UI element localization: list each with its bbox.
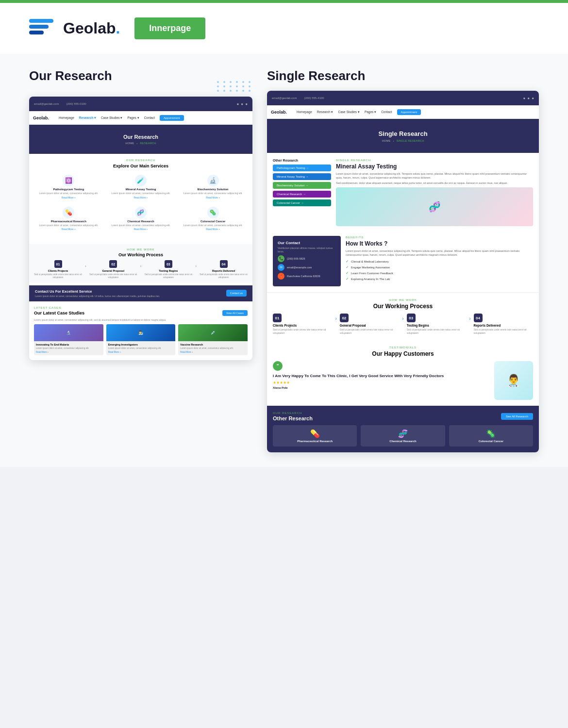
step-arrow-2: › <box>140 264 142 268</box>
step-num-3: 03 <box>165 260 172 268</box>
research-tag-4[interactable]: Chemical Research → <box>273 191 331 198</box>
step-1: 01 Clients Projects Sed ut perspiciatis … <box>33 260 83 279</box>
research-tag-1[interactable]: Pathologycam Testing → <box>273 165 331 171</box>
case-link-2[interactable]: Read More + <box>108 351 174 353</box>
right-hero-title: Single Research <box>378 130 427 137</box>
service-icon-1: ⚛️ <box>63 175 74 186</box>
dot <box>249 85 251 87</box>
testimonial-image: 👨‍⚕️ <box>494 361 533 400</box>
service-icon-3: 🔬 <box>207 175 219 186</box>
orb-card-title-1: Pharmaceutical Research <box>277 440 353 443</box>
right-nav-pages[interactable]: Pages ▾ <box>365 110 376 114</box>
dot <box>230 81 232 83</box>
service-icon-2: 🧪 <box>135 175 147 186</box>
case-link-1[interactable]: Read More + <box>36 351 101 353</box>
map-icon: 📍 <box>278 273 284 280</box>
wp-step-4: 04 Reports Delivered Sed ut perspiciatis… <box>474 314 534 334</box>
right-nav-research[interactable]: Research ▾ <box>317 110 334 114</box>
service-link-1[interactable]: Read More + <box>36 196 101 199</box>
nav-contact[interactable]: Contact <box>144 116 155 119</box>
service-card-1: ⚛️ Pathologycam Testing Lorem ipsum dolo… <box>34 172 103 201</box>
service-name-1: Pathologycam Testing <box>36 188 101 191</box>
step-title-4: Reports Delivered <box>199 269 249 272</box>
case-title-3: Vaccine Research <box>180 343 246 346</box>
right-breadcrumb-home: HOME <box>382 139 390 142</box>
service-card-4: 💊 Pharmaceutical Research Lorem ipsum do… <box>34 204 103 233</box>
step-arrow-1: › <box>85 264 86 268</box>
service-icon-6: 🦠 <box>207 207 219 218</box>
contact-us-button[interactable]: Contact us <box>226 290 247 297</box>
view-all-cases-button[interactable]: View All Cases <box>222 310 248 316</box>
social-icon: ● <box>532 96 534 100</box>
service-desc-2: Lorem ipsum dolor sit amet, consectetur … <box>109 192 173 195</box>
contact-banner-desc: Lorem ipsum dolor sit amet, consectetur … <box>35 295 222 298</box>
dot <box>223 85 225 87</box>
service-desc-3: Lorem ipsum dolor sit amet, consectetur … <box>181 192 245 195</box>
browser-topbar: email@geolab.com (200) 555-0100 ● ● ● <box>29 97 252 111</box>
service-link-6[interactable]: Read More + <box>181 228 245 231</box>
social-icon: ● <box>527 96 530 100</box>
services-grid: ⚛️ Pathologycam Testing Lorem ipsum dolo… <box>34 172 248 233</box>
mockup-logo: Geolab. <box>33 116 49 120</box>
service-link-5[interactable]: Read More + <box>109 228 173 231</box>
right-nav-homepage[interactable]: Homepage <box>297 110 312 114</box>
nav-research[interactable]: Research ▾ <box>79 116 96 120</box>
contact-banner: Contact Us For Excellent Service Lorem i… <box>29 285 252 302</box>
social-icon: ● <box>245 102 248 106</box>
step-2: 02 General Proposal Sed ut perspiciatis … <box>88 260 138 279</box>
logo-text: Geolab. <box>63 19 120 37</box>
testimonial-author: Alena Pole <box>273 386 489 389</box>
nav-case-studies[interactable]: Case Studies ▾ <box>101 116 122 120</box>
service-card-2: 🧪 Mineral Assay Testing Lorem ipsum dolo… <box>106 172 176 201</box>
right-nav-case-studies[interactable]: Case Studies ▾ <box>338 110 359 114</box>
step-title-1: Clients Projects <box>33 269 83 272</box>
research-tag-2[interactable]: Mineral Assay Testing → <box>273 173 331 180</box>
dot <box>217 85 219 87</box>
case-body-1: Innovating To End Malaria Lorem ipsum do… <box>34 341 103 355</box>
benefits-title: How It Works ? <box>346 240 533 247</box>
logo-name: Geolab <box>63 19 116 37</box>
dot <box>223 81 225 83</box>
service-link-2[interactable]: Read More + <box>109 196 173 199</box>
logo-wave-2 <box>29 25 49 29</box>
logo-wave-3 <box>29 31 44 34</box>
contact-banner-text: Contact Us For Excellent Service Lorem i… <box>35 289 222 298</box>
dot <box>236 81 238 83</box>
wp-steps: 01 Clients Projects Sed ut perspiciatis … <box>273 314 533 334</box>
dot <box>230 85 232 87</box>
right-appointment-button[interactable]: Appointment <box>397 109 421 115</box>
step-title-3: Testing Begins <box>143 269 193 272</box>
case-desc-3: Lorem ipsum dolor sit amet, consectetur … <box>180 347 246 349</box>
case-card-3: 💉 Vaccine Research Lorem ipsum dolor sit… <box>178 324 248 355</box>
nav-homepage[interactable]: Homepage <box>59 116 74 119</box>
service-link-3[interactable]: Read More + <box>181 196 245 199</box>
service-desc-1: Lorem ipsum dolor sit amet, consectetur … <box>36 192 101 195</box>
case-link-3[interactable]: Read More + <box>180 351 246 353</box>
case-img-3: 💉 <box>178 324 248 341</box>
social-icon: ● <box>236 102 239 106</box>
check-icon-3: ✓ <box>346 271 349 275</box>
research-tag-3[interactable]: Biochemistry Solution → <box>273 182 331 189</box>
dot <box>249 90 251 92</box>
contact-box: Our Contact Vestibulum placerat ultrices… <box>273 236 341 286</box>
testimonials-label: TESTIMONIALS <box>273 346 533 349</box>
step-4: 04 Reports Delivered Sed ut perspiciatis… <box>199 260 249 279</box>
right-nav-contact[interactable]: Contact <box>381 110 392 114</box>
case-title-1: Innovating To End Malaria <box>36 343 101 346</box>
phone-icon: 📞 <box>278 255 284 262</box>
service-desc-5: Lorem ipsum dolor sit amet, consectetur … <box>109 224 173 227</box>
check-icon-2: ✓ <box>346 265 349 269</box>
testimonial-content: " I Am Very Happy To Come To This Clinic… <box>273 361 489 389</box>
service-link-4[interactable]: Read More + <box>36 228 101 231</box>
appointment-button[interactable]: Appointment <box>160 115 184 121</box>
see-all-research-button[interactable]: See All Research <box>501 413 533 420</box>
right-main-content: Other Research Pathologycam Testing → Mi… <box>267 153 539 292</box>
mockup-nav: Geolab. Homepage Research ▾ Case Studies… <box>29 111 252 125</box>
right-panel: Single Research email@geolab.com (200) 5… <box>267 68 539 452</box>
benefit-4: ✓ Exploring Anatomy In The Lab <box>346 277 533 281</box>
hero-title: Our Research <box>123 134 158 140</box>
benefit-text-3: Learn From Customer Feedback <box>351 272 393 275</box>
nav-pages[interactable]: Pages ▾ <box>127 116 139 120</box>
research-tag-5[interactable]: Colorectal Cancer → <box>273 199 331 206</box>
dot <box>230 90 232 92</box>
